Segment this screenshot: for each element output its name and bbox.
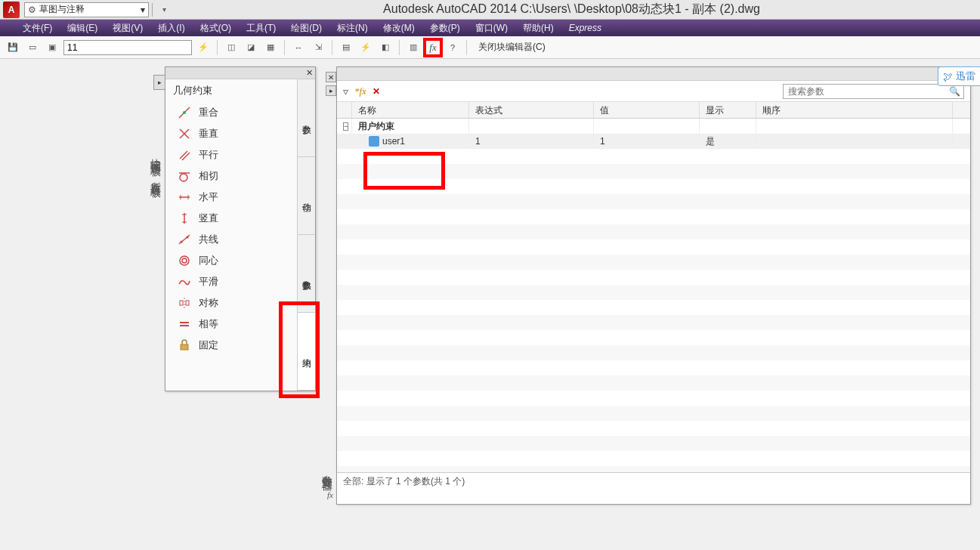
- col-name[interactable]: 名称: [352, 102, 469, 118]
- palette-titlebar: ✕: [165, 67, 315, 79]
- collapse-toggle-icon[interactable]: −: [343, 122, 348, 131]
- col-show[interactable]: 显示: [700, 102, 756, 118]
- search-icon[interactable]: 🔍: [949, 86, 960, 97]
- constraint-label: 水平: [199, 190, 218, 204]
- constraint-equal[interactable]: 相等: [170, 314, 292, 335]
- attribute-icon[interactable]: ⚡: [357, 39, 374, 56]
- drawing-area[interactable]: 块编写选项板 - 所有选项板 ▸ ✕ 几何约束 重合 垂直 平行: [0, 59, 980, 550]
- menu-insert[interactable]: 插入(I): [158, 22, 184, 35]
- window-title: Autodesk AutoCAD 2014 C:\Users\ \Desktop…: [166, 2, 977, 17]
- auto-constrain-icon[interactable]: ⚡: [195, 39, 212, 56]
- new-param-fx-icon[interactable]: *fx: [354, 85, 366, 97]
- constraint-fix[interactable]: 固定: [170, 335, 292, 356]
- constraint-bar-icon[interactable]: ▦: [262, 39, 279, 56]
- table-row[interactable]: user1 1 1 是: [337, 134, 970, 149]
- param-value-cell[interactable]: 1: [594, 134, 700, 149]
- workspace-selector[interactable]: ⚙ 草图与注释 ▾: [24, 2, 149, 17]
- palette-title: 块编写选项板 - 所有选项板: [149, 150, 162, 181]
- palette-tabs: 参数 动作 参数集 约束: [297, 79, 315, 391]
- svg-point-6: [180, 174, 187, 181]
- palette-handle-icon[interactable]: ▸: [153, 75, 165, 90]
- aligned-icon[interactable]: ⇲: [310, 39, 326, 56]
- constraint-symmetric[interactable]: 对称: [170, 292, 292, 314]
- constraint-smooth[interactable]: 平滑: [170, 271, 292, 292]
- fx-icon: fx: [325, 490, 335, 501]
- perpendicular-icon: [178, 127, 191, 141]
- fx-parameters-manager-icon[interactable]: fx: [425, 39, 441, 56]
- block-name-input[interactable]: [63, 40, 192, 55]
- constraint-concentric[interactable]: 同心: [170, 250, 292, 271]
- svg-line-4: [180, 151, 187, 159]
- svg-line-5: [182, 153, 190, 160]
- menu-modify[interactable]: 修改(M): [383, 22, 415, 35]
- constraint-horizontal[interactable]: 水平: [170, 187, 292, 208]
- svg-point-16: [187, 236, 189, 239]
- menu-help[interactable]: 帮助(H): [523, 22, 554, 35]
- xunlei-badge[interactable]: 🕊 迅雷: [938, 66, 980, 86]
- help-icon[interactable]: ?: [444, 39, 461, 56]
- constraint-tangent[interactable]: 相切: [170, 165, 292, 187]
- delete-icon[interactable]: ✕: [373, 86, 380, 97]
- menu-dim[interactable]: 标注(N): [337, 22, 368, 35]
- show-all-icon[interactable]: ◫: [223, 39, 240, 56]
- block-authoring-palette: 块编写选项板 - 所有选项板 ▸ ✕ 几何约束 重合 垂直 平行: [165, 66, 316, 391]
- close-icon[interactable]: ✕: [326, 72, 336, 82]
- symmetric-icon: [178, 296, 191, 310]
- constraint-label: 固定: [199, 338, 218, 352]
- filter-icon[interactable]: ▿: [343, 85, 348, 97]
- menu-param[interactable]: 参数(P): [430, 22, 460, 35]
- test-block-icon[interactable]: ▣: [44, 39, 60, 56]
- linear-icon[interactable]: ↔: [290, 39, 307, 56]
- constraint-label: 同心: [199, 254, 218, 267]
- constraint-coincident[interactable]: 重合: [170, 102, 292, 123]
- collinear-icon: [178, 233, 191, 246]
- horizontal-icon: [178, 190, 191, 204]
- tab-actions[interactable]: 动作: [298, 157, 315, 235]
- search-params-input[interactable]: 🔍: [783, 84, 964, 99]
- app-logo[interactable]: A: [3, 2, 20, 18]
- svg-point-1: [183, 111, 186, 114]
- menu-view[interactable]: 视图(V): [113, 22, 143, 35]
- constraint-list: 几何约束 重合 垂直 平行 相切: [165, 79, 297, 391]
- equal-icon: [178, 317, 191, 331]
- close-icon[interactable]: ✕: [306, 68, 313, 78]
- params-footer: 全部: 显示了 1 个参数(共 1 个): [337, 472, 970, 490]
- hide-all-icon[interactable]: ◪: [243, 39, 259, 56]
- parameters-icon[interactable]: ▥: [405, 39, 422, 56]
- tab-constraints[interactable]: 约束: [298, 313, 315, 391]
- tab-paramsets[interactable]: 参数集: [298, 235, 315, 313]
- menu-format[interactable]: 格式(O): [200, 22, 231, 35]
- col-order[interactable]: 顺序: [756, 102, 953, 118]
- menu-express[interactable]: Express: [569, 23, 601, 33]
- save-block-icon[interactable]: 💾: [5, 39, 21, 56]
- menu-file[interactable]: 文件(F): [23, 22, 52, 35]
- tab-params[interactable]: 参数: [298, 79, 315, 157]
- chevron-down-icon: ▾: [141, 5, 145, 15]
- constraint-vertical[interactable]: 竖直: [170, 208, 292, 229]
- collapse-icon[interactable]: ▸: [326, 85, 336, 96]
- param-order-cell[interactable]: [756, 134, 953, 149]
- col-expr[interactable]: 表达式: [469, 102, 594, 118]
- search-field[interactable]: [787, 85, 949, 97]
- constraint-parallel[interactable]: 平行: [170, 144, 292, 165]
- authoring-icon[interactable]: ◧: [377, 39, 394, 56]
- menu-tools[interactable]: 工具(T): [246, 22, 276, 35]
- open-block-icon[interactable]: ▭: [24, 39, 41, 56]
- menu-edit[interactable]: 编辑(E): [67, 22, 97, 35]
- lock-icon: [178, 338, 191, 352]
- param-name-cell[interactable]: user1: [352, 134, 469, 149]
- constraint-perpendicular[interactable]: 垂直: [170, 123, 292, 144]
- constraint-section-header: 几何约束: [170, 84, 292, 97]
- param-expr-cell[interactable]: 1: [469, 134, 594, 149]
- group-row[interactable]: − 用户约束: [337, 119, 970, 134]
- constraint-collinear[interactable]: 共线: [170, 229, 292, 250]
- user-param-icon: [369, 136, 379, 147]
- param-show-cell[interactable]: 是: [700, 134, 756, 149]
- separator: [284, 40, 285, 55]
- col-value[interactable]: 值: [594, 102, 700, 118]
- block-table-icon[interactable]: ▤: [338, 39, 354, 56]
- menu-draw[interactable]: 绘图(D): [291, 22, 322, 35]
- menu-window[interactable]: 窗口(W): [475, 22, 508, 35]
- close-block-editor-button[interactable]: 关闭块编辑器(C): [478, 41, 546, 54]
- param-name: user1: [382, 136, 405, 147]
